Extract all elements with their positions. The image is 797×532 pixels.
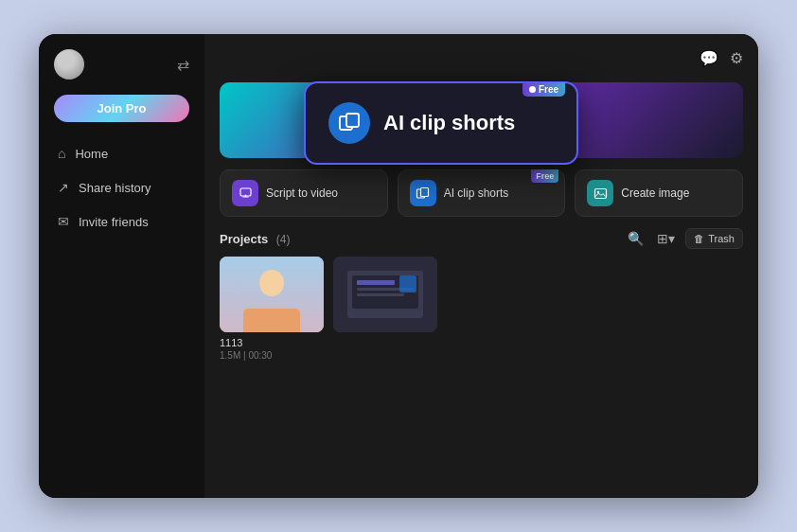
sidebar-item-share-history[interactable]: ↗ Share history <box>46 171 197 204</box>
projects-title: Projects <box>220 232 268 246</box>
sidebar-item-home-label: Home <box>75 147 108 161</box>
view-toggle-button[interactable]: ⊞▾ <box>654 228 678 249</box>
svg-rect-14 <box>399 275 416 293</box>
trash-button[interactable]: 🗑 Trash <box>685 228 743 249</box>
project-thumb-person <box>220 257 324 332</box>
svg-rect-2 <box>421 187 429 196</box>
script-to-video-icon <box>232 180 258 206</box>
script-to-video-label: Script to video <box>266 186 338 200</box>
ai-clip-free-badge: Free <box>531 169 558 183</box>
top-bar: 💬 ⚙ <box>220 49 743 71</box>
sidebar-nav: ⌂ Home ↗ Share history ✉ Invite friends <box>39 137 204 238</box>
project-thumb-desk <box>333 257 437 332</box>
project-meta-1: 1.5M | 00:30 <box>220 350 324 361</box>
projects-header: Projects (4) 🔍 ⊞▾ 🗑 Trash <box>220 228 743 249</box>
svg-rect-3 <box>594 188 606 198</box>
sidebar-profile: ⇄ <box>39 49 204 91</box>
main-content: 💬 ⚙ + New project Script to video <box>204 34 758 498</box>
svg-rect-13 <box>357 293 404 296</box>
create-image-label: Create image <box>621 186 689 200</box>
sidebar-item-share-label: Share history <box>79 181 151 195</box>
projects-count: (4) <box>276 233 291 246</box>
svg-rect-7 <box>243 309 300 332</box>
projects-section: Projects (4) 🔍 ⊞▾ 🗑 Trash <box>220 228 743 483</box>
project-thumb-2 <box>333 257 437 332</box>
create-image-icon <box>587 180 613 206</box>
projects-title-group: Projects (4) <box>220 230 290 247</box>
swap-icon[interactable]: ⇄ <box>177 56 189 74</box>
tooltip-icon <box>328 102 370 144</box>
sidebar-item-home[interactable]: ⌂ Home <box>46 137 197 169</box>
projects-actions: 🔍 ⊞▾ 🗑 Trash <box>625 228 743 249</box>
action-create-image[interactable]: Create image <box>575 169 743 217</box>
quick-actions: Script to video Free AI clip shorts <box>220 169 743 217</box>
search-button[interactable]: 🔍 <box>625 228 646 249</box>
trash-label: Trash <box>708 233 735 244</box>
settings-icon[interactable]: ⚙ <box>730 49 743 67</box>
chat-icon[interactable]: 💬 <box>700 49 718 67</box>
project-thumb-1 <box>220 257 324 332</box>
tooltip-free-label: Free <box>539 84 558 95</box>
sidebar-item-invite-label: Invite friends <box>79 215 149 229</box>
project-info-1: 1113 1.5M | 00:30 <box>220 337 324 361</box>
action-script-to-video[interactable]: Script to video <box>220 169 388 217</box>
ai-clip-tooltip[interactable]: Free AI clip shorts <box>304 81 578 165</box>
svg-rect-11 <box>357 280 395 285</box>
sidebar: ⇄ Join Pro ⌂ Home ↗ Share history ✉ Invi… <box>39 34 204 498</box>
share-icon: ↗ <box>58 180 69 195</box>
avatar <box>54 49 84 80</box>
invite-icon: ✉ <box>58 214 69 229</box>
ai-clip-shorts-label: AI clip shorts <box>444 186 509 200</box>
svg-rect-16 <box>346 114 359 127</box>
sidebar-item-invite-friends[interactable]: ✉ Invite friends <box>46 205 197 238</box>
join-pro-button[interactable]: Join Pro <box>54 95 189 122</box>
ai-clip-icon <box>410 180 436 206</box>
project-card-1[interactable]: 1113 1.5M | 00:30 <box>220 257 324 361</box>
projects-grid: 1113 1.5M | 00:30 <box>220 257 743 361</box>
project-card-2[interactable] <box>333 257 437 361</box>
trash-icon: 🗑 <box>694 233 704 244</box>
action-ai-clip-shorts[interactable]: Free AI clip shorts <box>398 169 566 217</box>
svg-point-6 <box>259 270 284 296</box>
tooltip-label: AI clip shorts <box>383 111 515 135</box>
tooltip-free-dot <box>529 86 536 93</box>
tooltip-free-badge: Free <box>522 82 565 97</box>
app-window: ⇄ Join Pro ⌂ Home ↗ Share history ✉ Invi… <box>39 34 758 498</box>
project-name-1: 1113 <box>220 337 324 348</box>
home-icon: ⌂ <box>58 146 65 161</box>
